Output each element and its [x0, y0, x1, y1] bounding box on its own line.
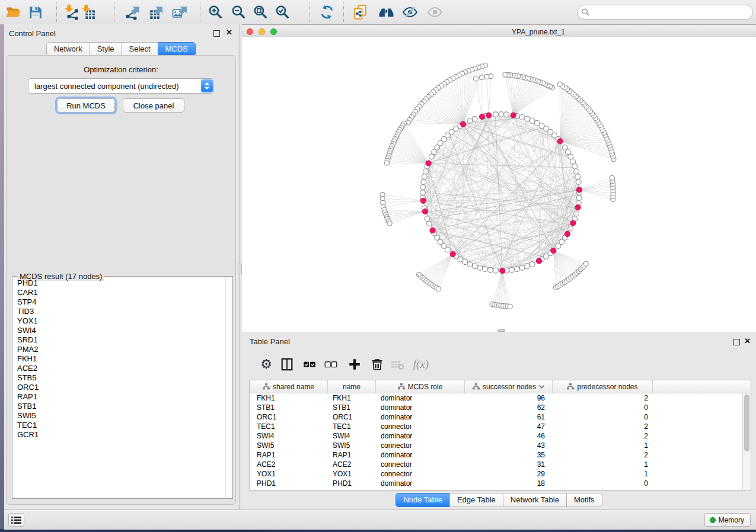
cell-name: ACE2	[328, 460, 376, 469]
export-network-button[interactable]	[121, 2, 142, 22]
mcds-result-item[interactable]: SRD1	[13, 335, 225, 345]
table-row[interactable]: PHD1PHD1dominator180	[250, 479, 751, 488]
duplicate-network-button[interactable]	[349, 2, 371, 22]
select-all-rows-button[interactable]	[299, 354, 320, 374]
export-image-button[interactable]	[168, 2, 190, 22]
cell-shared-name: SWI5	[250, 441, 328, 450]
cell-MCDS-role: connector	[376, 422, 465, 431]
find-button[interactable]	[375, 2, 397, 22]
create-column-button[interactable]	[344, 354, 365, 374]
cell-successor-nodes: 47	[465, 422, 553, 431]
zoom-in-button[interactable]	[205, 2, 226, 22]
column-header-successor-nodes[interactable]: successor nodes	[465, 380, 553, 393]
search-input[interactable]	[589, 7, 748, 18]
cell-predecessor-nodes: 2	[553, 450, 653, 460]
mcds-result-list[interactable]: PHD1CAR1STP4TID3YOX1SWI4SRD1PMA2FKH1ACE2…	[13, 278, 225, 498]
table-row[interactable]: STB1STB1dominator620	[250, 403, 751, 412]
tab-node-table[interactable]: Node Table	[395, 493, 450, 507]
memory-button[interactable]: Memory	[704, 513, 751, 527]
mcds-result-scrollbar[interactable]	[225, 277, 232, 498]
table-row[interactable]: RAP1RAP1dominator352	[250, 450, 751, 460]
mcds-result-item[interactable]: YOX1	[13, 316, 225, 326]
cell-name: RAP1	[328, 450, 376, 460]
table-settings-button[interactable]: ⚙	[256, 354, 276, 374]
network-window-titlebar[interactable]: YPA_prune.txt_1	[242, 26, 756, 38]
close-panel-button[interactable]: Close panel	[123, 98, 184, 113]
splitter-grip[interactable]	[238, 264, 242, 274]
cell-shared-name: RAP1	[250, 450, 328, 460]
mcds-result-item[interactable]: TEC1	[13, 421, 225, 430]
open-session-button[interactable]	[2, 2, 24, 22]
export-image-icon	[171, 4, 187, 20]
table-header-row: shared namenameMCDS rolesuccessor nodesp…	[250, 380, 751, 393]
show-all-icon	[427, 4, 443, 20]
hide-selected-button[interactable]	[399, 2, 420, 22]
column-header-MCDS-role[interactable]: MCDS role	[376, 380, 465, 393]
mcds-result-item[interactable]: SWI5	[13, 411, 225, 421]
run-mcds-button[interactable]: Run MCDS	[57, 98, 115, 113]
cell-successor-nodes: 96	[465, 393, 553, 403]
mcds-result-item[interactable]: ACE2	[13, 364, 225, 373]
tab-network[interactable]: Network	[46, 42, 90, 56]
network-canvas[interactable]	[242, 37, 756, 332]
table-row[interactable]: ORC1ORC1dominator610	[250, 412, 751, 422]
minimize-traffic-light[interactable]	[259, 28, 265, 35]
mcds-result-item[interactable]: STB1	[13, 402, 225, 411]
control-panel-float-icon[interactable]	[213, 30, 220, 37]
column-header-predecessor-nodes[interactable]: predecessor nodes	[553, 380, 653, 393]
tab-mcds[interactable]: MCDS	[158, 42, 196, 56]
mcds-result-item[interactable]: CAR1	[13, 288, 225, 297]
deselect-all-rows-button[interactable]	[321, 354, 341, 374]
mcds-result-item[interactable]: STP4	[13, 297, 225, 307]
export-table-button[interactable]	[144, 2, 165, 22]
mcds-result-group: MCDS result (17 nodes) PHD1CAR1STP4TID3Y…	[12, 276, 233, 499]
mcds-result-item[interactable]: TID3	[13, 307, 225, 316]
search-icon	[582, 8, 589, 16]
control-panel-close-icon[interactable]: ✕	[226, 30, 232, 36]
delete-column-button[interactable]	[367, 354, 387, 374]
table-row[interactable]: SWI5SWI5connector431	[250, 441, 751, 450]
mcds-result-item[interactable]: RAP1	[13, 392, 225, 402]
optimization-criterion-select[interactable]: largest connected component (undirected)	[28, 78, 214, 94]
tab-edge-table[interactable]: Edge Table	[449, 493, 503, 507]
mcds-result-item[interactable]: FKH1	[13, 354, 225, 364]
import-table-button[interactable]	[78, 2, 99, 22]
table-row[interactable]: YOX1YOX1connector291	[250, 469, 751, 479]
cell-predecessor-nodes: 1	[553, 460, 653, 469]
tab-style[interactable]: Style	[90, 42, 122, 56]
table-panel-close-icon[interactable]: ✕	[744, 338, 751, 344]
close-traffic-light[interactable]	[247, 28, 253, 35]
zoom-fit-icon	[253, 4, 269, 20]
search-box[interactable]	[577, 5, 753, 20]
maximize-traffic-light[interactable]	[270, 28, 277, 35]
mcds-result-item[interactable]: PHD1	[13, 278, 225, 288]
table-row[interactable]: TEC1TEC1connector472	[250, 422, 751, 431]
column-header-name[interactable]: name	[328, 380, 376, 393]
cell-MCDS-role: dominator	[376, 393, 465, 403]
column-header-shared-name[interactable]: shared name	[250, 380, 328, 393]
tab-network-table[interactable]: Network Table	[503, 493, 567, 507]
show-columns-button[interactable]	[277, 354, 297, 374]
panel-menu-button[interactable]	[8, 513, 24, 527]
refresh-button[interactable]	[316, 2, 337, 22]
table-scrollbar-thumb[interactable]	[744, 395, 749, 451]
table-row[interactable]: FKH1FKH1dominator962	[250, 393, 751, 403]
table-row[interactable]: ACE2ACE2connector311	[250, 460, 751, 469]
table-row[interactable]: SWI4SWI4dominator462	[250, 431, 751, 441]
tab-motifs[interactable]: Motifs	[566, 493, 602, 507]
table-scrollbar[interactable]	[742, 393, 751, 490]
mcds-result-item[interactable]: SWI4	[13, 326, 225, 335]
mcds-result-item[interactable]: STB5	[13, 373, 225, 383]
mcds-result-item[interactable]: PMA2	[13, 345, 225, 354]
zoom-fit-button[interactable]	[250, 2, 271, 22]
cell-shared-name: PHD1	[250, 479, 328, 488]
zoom-selected-button[interactable]	[272, 2, 293, 22]
table-panel-float-icon[interactable]	[733, 339, 740, 345]
tab-select[interactable]: Select	[122, 42, 158, 56]
zoom-out-button[interactable]	[228, 2, 249, 22]
save-session-button[interactable]	[24, 2, 46, 22]
mcds-result-item[interactable]: GCR1	[13, 430, 225, 440]
table-body: FKH1FKH1dominator962STB1STB1dominator620…	[250, 393, 751, 488]
vertical-splitter[interactable]	[238, 24, 242, 509]
mcds-result-item[interactable]: ORC1	[13, 383, 225, 392]
